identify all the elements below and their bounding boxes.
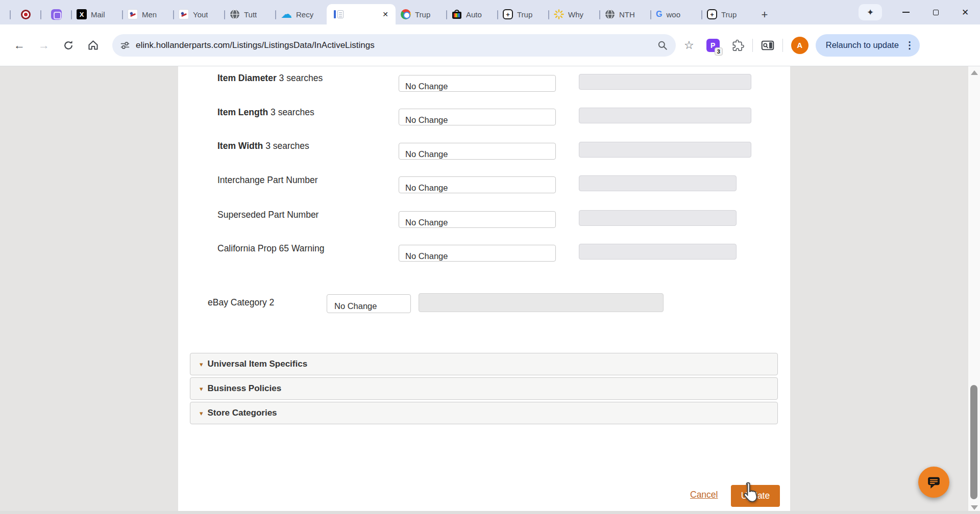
chrome-icon — [401, 9, 411, 19]
close-button[interactable]: ✕ — [950, 0, 980, 24]
toolbar-divider — [782, 39, 783, 52]
caret-down-icon: ▾ — [200, 386, 203, 392]
browser-menu-kebab-icon[interactable]: ⋮ — [905, 39, 915, 51]
field-label-superseded-part-number: Superseded Part Number — [217, 208, 318, 221]
document-icon — [334, 9, 344, 19]
tab-mail[interactable]: X Mail — [71, 4, 122, 24]
section-universal-item-specifics[interactable]: ▾ Universal Item Specifics — [190, 353, 778, 375]
field-label-item-width: Item Width 3 searches — [217, 139, 309, 152]
tab-strip: X Mail Men Yout Tutt ☁ Recy ✕ — [0, 0, 980, 24]
section-business-policies[interactable]: ▾ Business Policies — [190, 377, 778, 400]
reload-button[interactable] — [58, 35, 79, 56]
item-diameter-input[interactable] — [579, 74, 751, 90]
cancel-link[interactable]: Cancel — [690, 490, 718, 500]
purple-app-icon — [51, 9, 62, 20]
caret-down-icon: ▾ — [200, 361, 203, 368]
california-prop-65-input[interactable] — [579, 244, 737, 260]
globe-icon — [605, 9, 615, 19]
tab-nth[interactable]: NTH — [600, 4, 651, 24]
sparkle-button[interactable]: ✦ — [859, 4, 882, 20]
field-label-ebay-category-2: eBay Category 2 — [208, 296, 274, 309]
square-plus-icon: + — [503, 9, 513, 19]
tab-men[interactable]: Men — [122, 4, 174, 24]
url-text[interactable]: elink.hollanderparts.com/Listings/Listin… — [136, 40, 657, 50]
reload-icon — [63, 40, 74, 51]
scroll-up-arrow-icon[interactable] — [971, 70, 978, 75]
scroll-down-arrow-icon[interactable] — [971, 505, 978, 510]
google-g-icon: G — [656, 10, 662, 19]
tab-why[interactable]: Why — [549, 4, 600, 24]
page-right-gutter — [790, 66, 968, 514]
bookmark-star-icon[interactable]: ☆ — [684, 39, 694, 52]
browser-toolbar: ← → elink.hollanderparts.com/Listings/Li… — [0, 24, 980, 66]
tab-purple-app[interactable] — [41, 4, 71, 24]
tab-label: Recy — [296, 10, 313, 19]
scrollbar-thumb[interactable] — [970, 385, 977, 499]
tab-trup-2[interactable]: + Trup — [498, 4, 549, 24]
tab-label: Auto — [466, 10, 482, 19]
tab-trup-3[interactable]: + Trup — [702, 4, 753, 24]
item-diameter-select[interactable]: No Change — [399, 75, 556, 92]
maximize-button[interactable] — [921, 0, 950, 24]
zoom-magnifier-icon[interactable] — [657, 40, 668, 50]
restore-icon — [933, 10, 939, 15]
home-button[interactable] — [83, 35, 103, 56]
extensions-puzzle-icon[interactable] — [732, 39, 744, 52]
tab-label: Why — [568, 10, 583, 19]
tab-active-listings[interactable]: ✕ — [327, 4, 396, 24]
tab-label: Tutt — [244, 10, 257, 19]
superseded-part-number-input[interactable] — [579, 210, 737, 226]
field-label-item-diameter: Item Diameter 3 searches — [217, 71, 323, 85]
toolbar-divider — [752, 39, 753, 52]
chat-bubble-icon — [926, 475, 942, 490]
address-bar[interactable]: elink.hollanderparts.com/Listings/Listin… — [112, 34, 676, 57]
section-store-categories[interactable]: ▾ Store Categories — [190, 402, 778, 424]
tab-yout[interactable]: Yout — [174, 4, 225, 24]
window-controls: ✦ ✕ — [859, 0, 980, 24]
superseded-part-number-select[interactable]: No Change — [399, 211, 556, 228]
tab-label: woo — [666, 10, 680, 19]
tab-trup-1[interactable]: Trup — [396, 4, 447, 24]
back-button[interactable]: ← — [9, 35, 30, 56]
tab-label: Men — [142, 10, 157, 19]
tab-label: Mail — [91, 10, 105, 19]
ebay-category-2-select[interactable]: No Change — [327, 294, 411, 313]
chat-widget-button[interactable] — [918, 467, 949, 498]
tab-label: Yout — [193, 10, 208, 19]
item-length-select[interactable]: No Change — [399, 109, 556, 125]
side-panel-search-icon[interactable] — [761, 39, 774, 52]
shopping-bag-icon — [452, 9, 462, 19]
item-width-select[interactable]: No Change — [399, 143, 556, 160]
forward-button[interactable]: → — [34, 35, 54, 56]
avatar[interactable]: A — [791, 37, 808, 54]
field-label-item-length: Item Length 3 searches — [217, 106, 314, 119]
relaunch-to-update-button[interactable]: Relaunch to update ⋮ — [816, 34, 920, 57]
tab-label: NTH — [619, 10, 635, 19]
site-info-icon[interactable] — [120, 41, 130, 50]
california-prop-65-select[interactable]: No Change — [399, 245, 556, 262]
tab-woo[interactable]: G woo — [651, 4, 702, 24]
new-tab-button[interactable]: + — [757, 7, 772, 22]
window-bottom-edge — [0, 511, 980, 514]
ebay-category-2-input[interactable] — [419, 293, 664, 312]
sunburst-icon — [554, 9, 564, 19]
password-extension-icon[interactable]: P 3 — [706, 39, 720, 52]
page-left-gutter — [0, 66, 178, 514]
tab-tutt[interactable]: Tutt — [225, 4, 276, 24]
interchange-part-number-input[interactable] — [579, 175, 737, 191]
browser-window: X Mail Men Yout Tutt ☁ Recy ✕ — [0, 0, 980, 514]
cloud-icon: ☁ — [281, 9, 292, 19]
minimize-button[interactable] — [891, 0, 921, 24]
pen-doc-icon — [128, 9, 138, 19]
tab-recy[interactable]: ☁ Recy — [276, 4, 327, 24]
tab-label: Trup — [415, 10, 430, 19]
x-logo-icon: X — [77, 9, 87, 19]
page-scrollbar[interactable] — [968, 66, 980, 514]
item-length-input[interactable] — [579, 108, 751, 123]
tab-auto[interactable]: Auto — [447, 4, 498, 24]
item-width-input[interactable] — [579, 142, 751, 158]
interchange-part-number-select[interactable]: No Change — [399, 176, 556, 193]
tab-close-icon[interactable]: ✕ — [382, 10, 388, 18]
square-plus-icon: + — [707, 9, 717, 19]
tab-recorder[interactable] — [10, 4, 41, 24]
